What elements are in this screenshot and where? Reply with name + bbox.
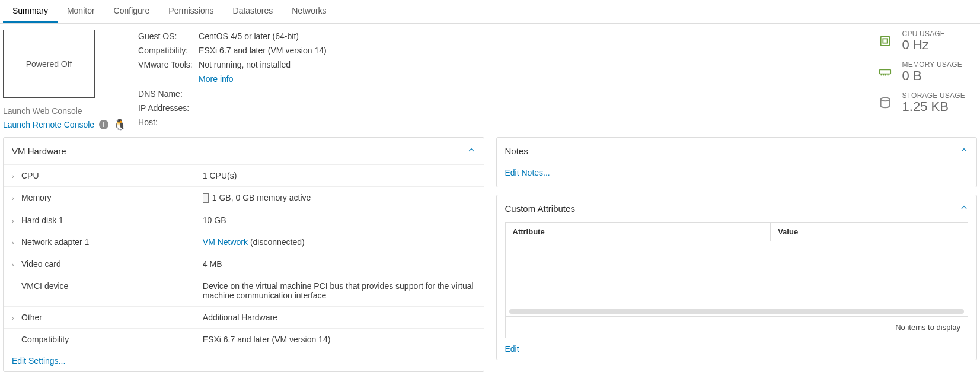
tab-datastores[interactable]: Datastores [224,0,283,23]
guest-os-label: Guest OS: [138,31,197,44]
summary-overview: Powered Off Launch Web Console Launch Re… [0,24,980,137]
chevron-up-icon[interactable] [960,146,968,156]
memory-usage-value: 0 B [902,69,962,83]
notes-panel: Notes Edit Notes... [496,137,978,188]
chevron-right-icon[interactable]: › [12,314,19,322]
svg-rect-2 [879,70,890,74]
ip-value [199,103,329,116]
edit-settings-link[interactable]: Edit Settings... [4,350,484,371]
vm-hardware-title: VM Hardware [12,146,66,156]
vm-hardware-panel: VM Hardware ›CPU 1 CPU(s) ›Memory 1 GB, … [3,137,484,372]
tools-value: Not running, not installed [199,59,329,72]
svg-rect-1 [883,39,887,43]
host-label: Host: [138,117,197,130]
notes-title: Notes [505,146,528,156]
hw-row-cpu: ›CPU 1 CPU(s) [4,165,484,187]
hw-row-other: ›Other Additional Hardware [4,307,484,329]
tab-configure[interactable]: Configure [104,0,159,23]
svg-point-7 [880,98,889,101]
hw-row-harddisk: ›Hard disk 1 10 GB [4,209,484,231]
memory-icon [879,65,892,78]
chevron-right-icon[interactable]: › [12,261,19,268]
info-icon[interactable]: i [99,120,108,129]
chevron-up-icon[interactable] [960,204,968,214]
hw-row-vmci: VMCI device Device on the virtual machin… [4,275,484,307]
launch-web-console: Launch Web Console [3,106,82,116]
edit-notes-link[interactable]: Edit Notes... [505,164,969,181]
tab-summary[interactable]: Summary [3,0,58,23]
ip-label: IP Addresses: [138,103,197,116]
vm-info-table: Guest OS: CentOS 4/5 or later (64-bit) C… [137,30,330,131]
compat-label: Compatibility: [138,45,197,58]
attr-col-attribute[interactable]: Attribute [506,223,771,241]
vm-network-link[interactable]: VM Network [203,237,248,247]
cpu-icon [879,34,892,47]
cpu-usage-value: 0 Hz [902,38,945,52]
chevron-up-icon[interactable] [467,146,475,156]
tabs-bar: Summary Monitor Configure Permissions Da… [0,0,980,24]
hw-row-video: ›Video card 4 MB [4,253,484,275]
attributes-body [506,241,968,307]
launch-remote-console[interactable]: Launch Remote Console [3,120,94,129]
dns-value [199,88,329,101]
hw-row-memory: ›Memory 1 GB, 0 GB memory active [4,187,484,209]
storage-usage-value: 1.25 KB [902,100,965,114]
power-state: Powered Off [26,59,72,69]
dns-label: DNS Name: [138,88,197,101]
svg-rect-0 [880,37,889,46]
memory-usage: MEMORY USAGE 0 B [879,61,965,83]
chevron-right-icon[interactable]: › [12,173,19,180]
cpu-usage-label: CPU USAGE [902,30,945,38]
storage-usage-label: STORAGE USAGE [902,91,965,100]
chevron-right-icon[interactable]: › [12,217,19,224]
memory-usage-label: MEMORY USAGE [902,61,962,69]
memory-bar-icon [203,193,209,203]
more-info-link[interactable]: More info [199,74,233,84]
hw-row-compat: Compatibility ESXi 6.7 and later (VM ver… [4,329,484,351]
attr-col-value[interactable]: Value [771,223,968,241]
custom-attributes-panel: Custom Attributes Attribute Value No [496,195,978,360]
tab-networks[interactable]: Networks [282,0,336,23]
vm-thumbnail[interactable]: Powered Off [3,30,95,98]
chevron-right-icon[interactable]: › [12,239,19,246]
no-items-label: No items to display [506,316,968,338]
hw-row-network: ›Network adapter 1 VM Network (disconnec… [4,231,484,253]
guest-os-value: CentOS 4/5 or later (64-bit) [199,31,329,44]
host-value [199,117,329,130]
tools-label: VMware Tools: [138,59,197,72]
scrollbar-horizontal[interactable] [509,309,965,314]
cpu-usage: CPU USAGE 0 Hz [879,30,965,52]
compat-value: ESXi 6.7 and later (VM version 14) [199,45,329,58]
linux-icon: 🐧 [113,118,126,131]
attributes-table: Attribute Value No items to display [505,222,969,338]
custom-attributes-title: Custom Attributes [505,204,575,214]
storage-usage: STORAGE USAGE 1.25 KB [879,91,965,114]
storage-icon [879,96,892,109]
tab-permissions[interactable]: Permissions [159,0,223,23]
edit-attributes-link[interactable]: Edit [497,338,977,360]
chevron-right-icon[interactable]: › [12,195,19,202]
tab-monitor[interactable]: Monitor [58,0,104,23]
